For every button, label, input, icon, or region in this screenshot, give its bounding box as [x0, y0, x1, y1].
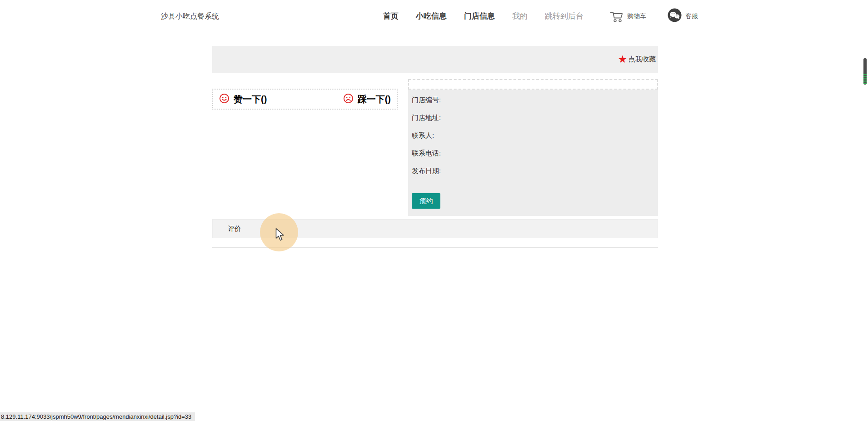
store-title-box: [408, 79, 658, 90]
scrollbar-thumb[interactable]: [863, 58, 867, 85]
comments-section-header: 评价: [212, 219, 658, 238]
like-label: 赞一下(): [234, 93, 267, 105]
frowny-face-icon: [343, 93, 354, 105]
star-icon: ★: [618, 54, 627, 65]
field-store-number: 门店编号:: [412, 96, 658, 114]
like-dislike-box: 赞一下() 踩一下(): [212, 89, 398, 110]
favorite-label: 点我收藏: [629, 55, 656, 64]
dislike-label: 踩一下(): [358, 93, 391, 105]
service-label: 客服: [685, 12, 698, 20]
site-logo[interactable]: 沙县小吃点餐系统: [161, 0, 219, 32]
smiley-face-icon: [219, 93, 229, 105]
detail-header-banner: ★ 点我收藏: [212, 46, 658, 73]
store-fields: 门店编号: 门店地址: 联系人: 联系电话: 发布日期: 预约: [408, 90, 658, 216]
customer-service-button[interactable]: 客服: [668, 0, 698, 32]
field-store-address: 门店地址:: [412, 114, 658, 131]
comments-empty-row: [212, 238, 658, 248]
field-contact-person: 联系人:: [412, 131, 658, 149]
store-info-panel: 门店编号: 门店地址: 联系人: 联系电话: 发布日期: 预约: [408, 79, 658, 216]
dislike-button[interactable]: 踩一下(): [343, 93, 391, 105]
wechat-service-icon: [668, 8, 682, 24]
reserve-button[interactable]: 预约: [412, 193, 440, 209]
field-publish-date: 发布日期:: [412, 167, 658, 185]
page-content: ★ 点我收藏 赞一下(): [212, 0, 658, 421]
like-button[interactable]: 赞一下(): [219, 93, 267, 105]
favorite-button[interactable]: ★ 点我收藏: [618, 46, 656, 73]
browser-status-bar: 8.129.11.174:9033/jspmh50w9/front/pages/…: [0, 412, 195, 421]
field-contact-phone: 联系电话:: [412, 149, 658, 167]
